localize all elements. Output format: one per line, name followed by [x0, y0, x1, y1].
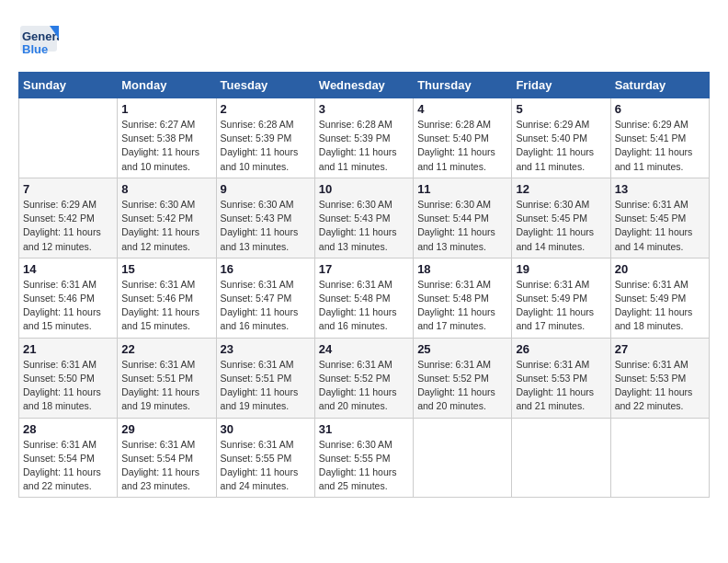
day-info: Sunrise: 6:28 AMSunset: 5:39 PMDaylight:…	[221, 118, 311, 174]
calendar-cell: 15Sunrise: 6:31 AMSunset: 5:46 PMDayligh…	[118, 258, 216, 338]
day-info: Sunrise: 6:31 AMSunset: 5:52 PMDaylight:…	[319, 358, 409, 414]
weekday-header-monday: Monday	[118, 73, 216, 98]
calendar-week-4: 21Sunrise: 6:31 AMSunset: 5:50 PMDayligh…	[19, 338, 710, 418]
calendar-cell: 28Sunrise: 6:31 AMSunset: 5:54 PMDayligh…	[19, 418, 118, 498]
calendar-cell: 31Sunrise: 6:30 AMSunset: 5:55 PMDayligh…	[314, 418, 413, 498]
day-info: Sunrise: 6:31 AMSunset: 5:51 PMDaylight:…	[121, 358, 211, 414]
calendar-cell: 16Sunrise: 6:31 AMSunset: 5:47 PMDayligh…	[216, 258, 314, 338]
weekday-header-saturday: Saturday	[610, 73, 709, 98]
calendar-week-2: 7Sunrise: 6:29 AMSunset: 5:42 PMDaylight…	[19, 178, 710, 258]
day-number: 9	[221, 182, 311, 196]
calendar-cell: 12Sunrise: 6:30 AMSunset: 5:45 PMDayligh…	[512, 178, 610, 258]
logo: General Blue	[18, 18, 63, 63]
calendar-cell: 9Sunrise: 6:30 AMSunset: 5:43 PMDaylight…	[216, 178, 314, 258]
day-number: 17	[319, 262, 409, 276]
day-number: 2	[221, 102, 311, 116]
day-number: 12	[516, 182, 606, 196]
day-info: Sunrise: 6:30 AMSunset: 5:44 PMDaylight:…	[417, 198, 507, 254]
calendar-cell: 13Sunrise: 6:31 AMSunset: 5:45 PMDayligh…	[610, 178, 709, 258]
calendar-cell	[414, 418, 512, 498]
day-number: 1	[121, 102, 211, 116]
day-info: Sunrise: 6:31 AMSunset: 5:54 PMDaylight:…	[23, 438, 113, 494]
day-info: Sunrise: 6:29 AMSunset: 5:40 PMDaylight:…	[516, 118, 606, 174]
calendar-cell: 1Sunrise: 6:27 AMSunset: 5:38 PMDaylight…	[118, 98, 216, 178]
calendar-cell: 2Sunrise: 6:28 AMSunset: 5:39 PMDaylight…	[216, 98, 314, 178]
calendar-cell: 3Sunrise: 6:28 AMSunset: 5:39 PMDaylight…	[314, 98, 413, 178]
day-info: Sunrise: 6:31 AMSunset: 5:45 PMDaylight:…	[615, 198, 705, 254]
weekday-header-row: SundayMondayTuesdayWednesdayThursdayFrid…	[19, 73, 710, 98]
day-info: Sunrise: 6:28 AMSunset: 5:39 PMDaylight:…	[319, 118, 409, 174]
day-info: Sunrise: 6:31 AMSunset: 5:46 PMDaylight:…	[23, 278, 113, 334]
day-number: 30	[221, 422, 311, 436]
day-number: 25	[417, 342, 507, 356]
day-number: 10	[319, 182, 409, 196]
day-number: 20	[615, 262, 705, 276]
day-info: Sunrise: 6:31 AMSunset: 5:53 PMDaylight:…	[615, 358, 705, 414]
weekday-header-friday: Friday	[512, 73, 610, 98]
day-info: Sunrise: 6:31 AMSunset: 5:55 PMDaylight:…	[221, 438, 311, 494]
svg-text:Blue: Blue	[22, 42, 48, 56]
calendar-cell: 22Sunrise: 6:31 AMSunset: 5:51 PMDayligh…	[118, 338, 216, 418]
day-number: 19	[516, 262, 606, 276]
calendar-table: SundayMondayTuesdayWednesdayThursdayFrid…	[18, 72, 710, 498]
day-number: 11	[417, 182, 507, 196]
day-info: Sunrise: 6:30 AMSunset: 5:42 PMDaylight:…	[121, 198, 211, 254]
calendar-week-3: 14Sunrise: 6:31 AMSunset: 5:46 PMDayligh…	[19, 258, 710, 338]
day-number: 18	[417, 262, 507, 276]
weekday-header-thursday: Thursday	[414, 73, 512, 98]
weekday-header-sunday: Sunday	[19, 73, 118, 98]
day-number: 4	[417, 102, 507, 116]
day-number: 13	[615, 182, 705, 196]
calendar-cell: 30Sunrise: 6:31 AMSunset: 5:55 PMDayligh…	[216, 418, 314, 498]
day-number: 8	[121, 182, 211, 196]
day-info: Sunrise: 6:31 AMSunset: 5:47 PMDaylight:…	[221, 278, 311, 334]
calendar-cell: 17Sunrise: 6:31 AMSunset: 5:48 PMDayligh…	[314, 258, 413, 338]
day-number: 31	[319, 422, 409, 436]
calendar-cell: 6Sunrise: 6:29 AMSunset: 5:41 PMDaylight…	[610, 98, 709, 178]
day-info: Sunrise: 6:29 AMSunset: 5:42 PMDaylight:…	[23, 198, 113, 254]
calendar-cell: 5Sunrise: 6:29 AMSunset: 5:40 PMDaylight…	[512, 98, 610, 178]
calendar-cell: 24Sunrise: 6:31 AMSunset: 5:52 PMDayligh…	[314, 338, 413, 418]
calendar-cell: 18Sunrise: 6:31 AMSunset: 5:48 PMDayligh…	[414, 258, 512, 338]
day-info: Sunrise: 6:27 AMSunset: 5:38 PMDaylight:…	[121, 118, 211, 174]
svg-text:General: General	[22, 29, 59, 43]
day-info: Sunrise: 6:31 AMSunset: 5:48 PMDaylight:…	[417, 278, 507, 334]
calendar-cell: 14Sunrise: 6:31 AMSunset: 5:46 PMDayligh…	[19, 258, 118, 338]
calendar-cell: 21Sunrise: 6:31 AMSunset: 5:50 PMDayligh…	[19, 338, 118, 418]
day-info: Sunrise: 6:31 AMSunset: 5:54 PMDaylight:…	[121, 438, 211, 494]
day-info: Sunrise: 6:31 AMSunset: 5:50 PMDaylight:…	[23, 358, 113, 414]
calendar-week-1: 1Sunrise: 6:27 AMSunset: 5:38 PMDaylight…	[19, 98, 710, 178]
calendar-cell: 8Sunrise: 6:30 AMSunset: 5:42 PMDaylight…	[118, 178, 216, 258]
day-number: 22	[121, 342, 211, 356]
day-number: 16	[221, 262, 311, 276]
day-number: 21	[23, 342, 113, 356]
day-info: Sunrise: 6:28 AMSunset: 5:40 PMDaylight:…	[417, 118, 507, 174]
day-info: Sunrise: 6:31 AMSunset: 5:49 PMDaylight:…	[615, 278, 705, 334]
logo-icon: General Blue	[18, 18, 59, 59]
day-info: Sunrise: 6:31 AMSunset: 5:53 PMDaylight:…	[516, 358, 606, 414]
calendar-week-5: 28Sunrise: 6:31 AMSunset: 5:54 PMDayligh…	[19, 418, 710, 498]
calendar-cell: 7Sunrise: 6:29 AMSunset: 5:42 PMDaylight…	[19, 178, 118, 258]
day-number: 5	[516, 102, 606, 116]
day-number: 6	[615, 102, 705, 116]
day-info: Sunrise: 6:30 AMSunset: 5:43 PMDaylight:…	[319, 198, 409, 254]
calendar-cell: 23Sunrise: 6:31 AMSunset: 5:51 PMDayligh…	[216, 338, 314, 418]
calendar-cell	[512, 418, 610, 498]
calendar-cell: 26Sunrise: 6:31 AMSunset: 5:53 PMDayligh…	[512, 338, 610, 418]
weekday-header-wednesday: Wednesday	[314, 73, 413, 98]
day-info: Sunrise: 6:30 AMSunset: 5:43 PMDaylight:…	[221, 198, 311, 254]
day-info: Sunrise: 6:31 AMSunset: 5:46 PMDaylight:…	[121, 278, 211, 334]
calendar-cell: 29Sunrise: 6:31 AMSunset: 5:54 PMDayligh…	[118, 418, 216, 498]
day-number: 23	[221, 342, 311, 356]
day-info: Sunrise: 6:30 AMSunset: 5:45 PMDaylight:…	[516, 198, 606, 254]
calendar-cell	[610, 418, 709, 498]
day-number: 29	[121, 422, 211, 436]
calendar-cell: 25Sunrise: 6:31 AMSunset: 5:52 PMDayligh…	[414, 338, 512, 418]
day-info: Sunrise: 6:31 AMSunset: 5:48 PMDaylight:…	[319, 278, 409, 334]
calendar-cell: 10Sunrise: 6:30 AMSunset: 5:43 PMDayligh…	[314, 178, 413, 258]
calendar-cell: 4Sunrise: 6:28 AMSunset: 5:40 PMDaylight…	[414, 98, 512, 178]
calendar-cell: 19Sunrise: 6:31 AMSunset: 5:49 PMDayligh…	[512, 258, 610, 338]
day-info: Sunrise: 6:31 AMSunset: 5:52 PMDaylight:…	[417, 358, 507, 414]
day-info: Sunrise: 6:29 AMSunset: 5:41 PMDaylight:…	[615, 118, 705, 174]
day-number: 14	[23, 262, 113, 276]
